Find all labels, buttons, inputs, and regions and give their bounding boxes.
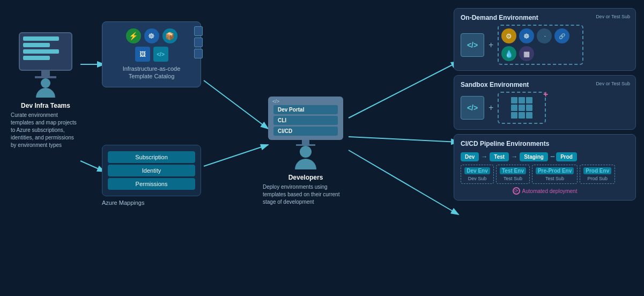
- env-box-dev: Dev Env Dev Sub: [461, 165, 494, 184]
- page-tab-3: [194, 49, 203, 58]
- arrow-dev-to-sandbox: [349, 137, 458, 142]
- env-box-dev-sub: Dev Sub: [464, 176, 490, 181]
- dev-stand: [302, 140, 309, 144]
- person-body: [36, 88, 55, 98]
- infra-title-text: Infrastructure-as-code: [123, 65, 181, 72]
- infra-icons-row2: 🖼 </>: [109, 47, 194, 62]
- sandbox-code-tag: </>: [461, 96, 484, 120]
- auto-deploy-icon: ⟳: [513, 187, 520, 195]
- service-icon-gear: ⚙: [501, 28, 516, 43]
- service-icon-grid: ▦: [519, 46, 534, 61]
- cicd-dots: ···: [550, 152, 554, 161]
- azure-label: Azure Mappings: [102, 199, 201, 206]
- on-demand-content: </> + ⚙ ☸ ··· 🔗 💧 ▦: [461, 25, 629, 65]
- sandbox-subtitle: Dev or Test Sub: [596, 81, 630, 86]
- service-icon-dots: ···: [537, 28, 552, 43]
- env-box-preprod-sub: Test Sub: [536, 176, 574, 181]
- right-section: On-Demand Environment Dev or Test Sub </…: [454, 8, 636, 201]
- azure-row-permissions: Permissions: [108, 178, 195, 190]
- env-box-dev-label: Dev Env: [464, 167, 490, 174]
- azure-mappings-section: Subscription Identity Permissions Azure …: [102, 145, 201, 206]
- dev-monitor: </> Dev Portal CLI CI/CD: [268, 97, 343, 140]
- infra-team-title: Dev Infra Teams: [11, 102, 80, 109]
- env-box-test-label: Test Env: [500, 167, 526, 174]
- auto-deploy-label: ⟳ Automated deployment: [461, 187, 629, 195]
- auto-deploy-text: Automated deployment: [522, 188, 578, 194]
- icon-image: 🖼: [135, 47, 150, 62]
- cicd-stages-row: Dev → Test → Staging ··· Prod: [461, 152, 629, 161]
- stage-test: Test: [490, 152, 509, 161]
- infra-subtitle-text: Template Catalog: [129, 73, 175, 79]
- cli-item: CLI: [273, 116, 338, 125]
- env-box-prod-label: Prod Env: [583, 167, 611, 174]
- infra-pages: [194, 26, 205, 58]
- cicd-panel: CI/CD Pipeline Environments Dev → Test →…: [454, 134, 636, 201]
- dev-infra-section: Dev Infra Teams Curate environment templ…: [11, 32, 80, 149]
- env-box-prod-sub: Prod Sub: [583, 176, 611, 181]
- arrow-left-to-azure: [80, 161, 105, 172]
- env-box-prod: Prod Env Prod Sub: [580, 165, 615, 184]
- dev-title: Developers: [263, 174, 349, 181]
- infra-card-label: Infrastructure-as-code Template Catalog: [109, 65, 194, 80]
- infra-card: ⚡ ☸ 📦 🖼 </> Infrastructure-as-code Templ…: [102, 21, 201, 87]
- service-icon-net: 🔗: [554, 28, 569, 43]
- on-demand-panel: On-Demand Environment Dev or Test Sub </…: [454, 8, 636, 71]
- env-box-preprod-label: Pre-Prod Env: [536, 167, 574, 174]
- arrow-dev-to-ondemand: [349, 62, 458, 118]
- sandbox-dashed-box: +: [498, 92, 546, 124]
- icon-power: ⚡: [126, 28, 141, 43]
- person-head: [41, 78, 50, 88]
- cicd-envs-row: Dev Env Dev Sub Test Env Test Sub Pre-Pr…: [461, 165, 629, 184]
- icon-code: </>: [153, 47, 168, 62]
- monitor-stand: [41, 71, 50, 76]
- dev-portal-item: Dev Portal: [273, 105, 338, 114]
- env-box-test-sub: Test Sub: [500, 176, 526, 181]
- service-icon-db: 💧: [501, 46, 516, 61]
- page-tab-1: [194, 26, 203, 36]
- monitor-line-2: [23, 43, 50, 47]
- monitor-line-4: [23, 56, 50, 60]
- stage-dev: Dev: [461, 152, 479, 161]
- arrow-dev-to-cicd: [349, 150, 458, 214]
- dev-monitor-list: Dev Portal CLI CI/CD: [273, 105, 338, 136]
- sandbox-grid-icon: [511, 97, 532, 119]
- on-demand-plus: +: [488, 40, 493, 50]
- arrow-azure-to-dev: [204, 145, 268, 166]
- arrow-dev-test: →: [481, 153, 487, 160]
- monitor-line-1: [23, 36, 59, 41]
- azure-row-identity: Identity: [108, 165, 195, 176]
- sandbox-plus: +: [488, 103, 493, 113]
- sandbox-content: </> + +: [461, 92, 629, 124]
- infra-icons-row1: ⚡ ☸ 📦: [109, 28, 194, 43]
- infra-card-section: ⚡ ☸ 📦 🖼 </> Infrastructure-as-code Templ…: [102, 21, 201, 87]
- dev-monitor-wrap: </> Dev Portal CLI CI/CD: [263, 97, 349, 169]
- azure-row-subscription: Subscription: [108, 151, 195, 163]
- env-box-preprod: Pre-Prod Env Test Sub: [532, 165, 578, 184]
- on-demand-services: ⚙ ☸ ··· 🔗 💧 ▦: [498, 25, 583, 65]
- cicd-title: CI/CD Pipeline Environments: [461, 140, 629, 147]
- infra-team-desc: Curate environment templates and map pro…: [11, 112, 80, 149]
- stage-prod: Prod: [556, 152, 577, 161]
- arrow-infra-to-dev: [204, 80, 268, 129]
- arrow-test-staging: →: [511, 153, 517, 160]
- icon-kubernetes: ☸: [144, 28, 159, 43]
- dev-section: </> Dev Portal CLI CI/CD Developers Depl…: [263, 97, 349, 206]
- cicd-item: CI/CD: [273, 127, 338, 136]
- env-box-test: Test Env Test Sub: [496, 165, 530, 184]
- dev-person-body: [295, 159, 316, 169]
- dev-person-head: [300, 146, 312, 158]
- on-demand-subtitle: Dev or Test Sub: [596, 14, 630, 19]
- icon-package: 📦: [162, 28, 177, 43]
- dev-monitor-tag: </>: [272, 99, 279, 104]
- main-diagram: Dev Infra Teams Curate environment templ…: [0, 0, 644, 296]
- page-tab-2: [194, 38, 203, 47]
- monitor-line-3: [23, 49, 59, 54]
- pink-plus-icon: +: [543, 90, 548, 99]
- azure-card: Subscription Identity Permissions: [102, 145, 201, 196]
- stage-staging: Staging: [520, 152, 548, 161]
- sandbox-panel: Sandbox Environment Dev or Test Sub </> …: [454, 75, 636, 130]
- dev-infra-monitor-wrap: [11, 32, 80, 98]
- service-icon-kube: ☸: [519, 28, 534, 43]
- on-demand-code-tag: </>: [461, 33, 484, 57]
- dev-desc: Deploy environments using templates base…: [263, 183, 349, 206]
